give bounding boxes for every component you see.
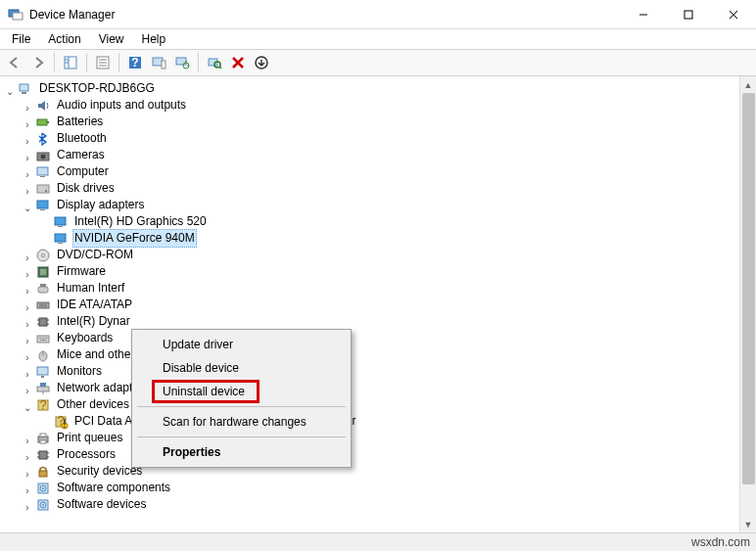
ctx-disable-device[interactable]: Disable device: [135, 356, 348, 380]
node-label[interactable]: IDE ATA/ATAP: [55, 297, 134, 313]
tree-device-6-0[interactable]: Intel(R) HD Graphics 520: [4, 213, 756, 230]
node-label[interactable]: Print queues: [55, 430, 124, 446]
tree-category-13[interactable]: ›Mice and othe: [4, 346, 756, 363]
node-label[interactable]: Firmware: [55, 263, 108, 280]
minimize-button[interactable]: [621, 0, 666, 29]
tree-category-18[interactable]: ›Processors: [4, 446, 756, 463]
scroll-up-button[interactable]: ▲: [740, 76, 756, 93]
node-label[interactable]: Computer: [55, 163, 111, 180]
node-label[interactable]: NVIDIA GeForce 940M: [72, 229, 197, 248]
show-hide-tree-button[interactable]: [60, 52, 81, 73]
tree-category-6[interactable]: ⌄Display adapters: [4, 197, 756, 213]
tree-category-14[interactable]: ›Monitors: [4, 363, 756, 380]
chevron-down-icon[interactable]: ⌄: [4, 83, 16, 95]
node-label[interactable]: Batteries: [55, 114, 105, 130]
uninstall-device-button[interactable]: [227, 52, 249, 73]
close-button[interactable]: [711, 0, 756, 29]
menu-action[interactable]: Action: [40, 30, 88, 48]
node-label[interactable]: Processors: [55, 446, 118, 463]
chevron-right-icon[interactable]: ›: [22, 383, 33, 394]
computer-properties-button[interactable]: [148, 52, 169, 73]
node-label[interactable]: DVD/CD-ROM: [55, 247, 135, 263]
tree-category-17[interactable]: ›Print queues: [4, 430, 756, 446]
node-label[interactable]: Intel(R) HD Graphics 520: [72, 213, 209, 230]
chevron-right-icon[interactable]: ›: [22, 349, 33, 361]
node-label[interactable]: Software components: [55, 480, 172, 496]
chevron-right-icon[interactable]: ›: [22, 166, 33, 178]
toolbar: ?: [0, 49, 756, 76]
properties-button[interactable]: [92, 52, 114, 73]
node-label[interactable]: Other devices: [55, 396, 131, 413]
chevron-right-icon[interactable]: ›: [22, 449, 33, 461]
chevron-right-icon[interactable]: ›: [22, 266, 33, 278]
tree-device-6-1[interactable]: NVIDIA GeForce 940M: [4, 230, 756, 247]
node-label[interactable]: DESKTOP-RDJB6GG: [37, 80, 157, 97]
menu-view[interactable]: View: [91, 30, 132, 48]
chevron-right-icon[interactable]: ›: [22, 283, 33, 295]
node-label[interactable]: Mice and othe: [55, 346, 132, 363]
ctx-uninstall-device[interactable]: Uninstall device: [135, 380, 348, 403]
ctx-scan-hardware[interactable]: Scan for hardware changes: [135, 410, 348, 434]
tree-category-12[interactable]: ›Keyboards: [4, 330, 756, 346]
chevron-down-icon[interactable]: ⌄: [22, 200, 33, 211]
chevron-right-icon[interactable]: ›: [22, 150, 33, 161]
chevron-right-icon[interactable]: ›: [22, 366, 33, 378]
node-label[interactable]: Cameras: [55, 147, 107, 163]
chevron-right-icon[interactable]: ›: [22, 499, 33, 511]
chevron-right-icon[interactable]: ›: [22, 116, 33, 128]
tree-category-4[interactable]: ›Computer: [4, 163, 756, 180]
chevron-right-icon[interactable]: ›: [22, 316, 33, 328]
device-tree[interactable]: ⌄DESKTOP-RDJB6GG›Audio inputs and output…: [0, 76, 756, 517]
chevron-right-icon[interactable]: ›: [22, 466, 33, 478]
update-driver-button[interactable]: [171, 52, 193, 73]
menu-help[interactable]: Help: [134, 30, 174, 48]
node-label[interactable]: Monitors: [55, 363, 104, 380]
chevron-down-icon[interactable]: ⌄: [22, 399, 33, 411]
node-label[interactable]: Keyboards: [55, 330, 115, 346]
tree-category-10[interactable]: ›IDE ATA/ATAP: [4, 297, 756, 313]
node-label[interactable]: Disk drives: [55, 180, 117, 197]
tree-category-7[interactable]: ›DVD/CD-ROM: [4, 247, 756, 263]
node-label[interactable]: Audio inputs and outputs: [55, 97, 188, 114]
chevron-right-icon[interactable]: ›: [22, 183, 33, 195]
tree-category-16[interactable]: ⌄?Other devices: [4, 396, 756, 413]
chevron-right-icon[interactable]: ›: [22, 133, 33, 145]
chevron-right-icon[interactable]: ›: [22, 299, 33, 311]
tree-category-0[interactable]: ›Audio inputs and outputs: [4, 97, 756, 114]
tree-category-1[interactable]: ›Batteries: [4, 114, 756, 130]
maximize-button[interactable]: [666, 0, 711, 29]
node-label[interactable]: Bluetooth: [55, 130, 109, 147]
node-label[interactable]: Software devices: [55, 496, 148, 513]
add-legacy-button[interactable]: [251, 52, 272, 73]
chevron-right-icon[interactable]: ›: [22, 482, 33, 494]
chevron-right-icon[interactable]: ›: [22, 100, 33, 112]
scan-hardware-button[interactable]: [204, 52, 225, 73]
vertical-scrollbar[interactable]: ▲ ▼: [739, 76, 756, 532]
scroll-thumb[interactable]: [742, 93, 755, 484]
node-label[interactable]: Intel(R) Dynar: [55, 313, 132, 330]
tree-category-20[interactable]: ›Software components: [4, 480, 756, 496]
tree-category-3[interactable]: ›Cameras: [4, 147, 756, 163]
chevron-right-icon[interactable]: ›: [22, 433, 33, 444]
tree-root[interactable]: ⌄DESKTOP-RDJB6GG: [4, 80, 756, 97]
tree-category-9[interactable]: ›Human Interf: [4, 280, 756, 297]
chevron-right-icon[interactable]: ›: [22, 250, 33, 261]
tree-category-19[interactable]: ›Security devices: [4, 463, 756, 480]
tree-category-8[interactable]: ›Firmware: [4, 263, 756, 280]
node-label[interactable]: Human Interf: [55, 280, 126, 297]
node-label[interactable]: Display adapters: [55, 197, 146, 213]
menu-file[interactable]: File: [4, 30, 38, 48]
back-button[interactable]: [4, 52, 25, 73]
tree-category-2[interactable]: ›Bluetooth: [4, 130, 756, 147]
tree-category-11[interactable]: ›Intel(R) Dynar: [4, 313, 756, 330]
scroll-down-button[interactable]: ▼: [740, 516, 756, 532]
tree-category-15[interactable]: ›Network adapters: [4, 380, 756, 396]
chevron-right-icon[interactable]: ›: [22, 333, 33, 344]
help-button[interactable]: ?: [124, 52, 146, 73]
tree-category-5[interactable]: ›Disk drives: [4, 180, 756, 197]
ctx-update-driver[interactable]: Update driver: [135, 333, 348, 356]
tree-category-21[interactable]: ›Software devices: [4, 496, 756, 513]
ctx-properties[interactable]: Properties: [135, 440, 348, 464]
tree-device-16-0[interactable]: ?!PCI Data Acquisition and Signal Proces…: [4, 413, 756, 430]
forward-button[interactable]: [27, 52, 49, 73]
